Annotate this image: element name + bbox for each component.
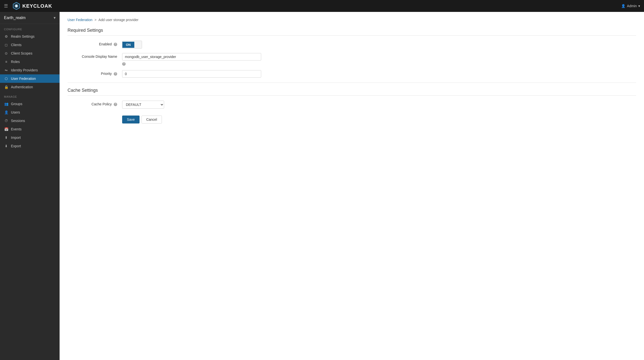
console-display-name-label: Console Display Name [68, 53, 122, 58]
priority-label: Priority ? [68, 70, 122, 76]
identity-providers-icon: ⇋ [4, 68, 8, 72]
cache-policy-label: Cache Policy ? [68, 101, 122, 106]
sidebar-item-label: Events [11, 127, 22, 131]
required-settings-title: Required Settings [68, 28, 636, 36]
sidebar-item-label: Roles [11, 60, 20, 64]
admin-user-icon: 👤 [621, 4, 626, 8]
sidebar-item-label: Identity Providers [11, 68, 38, 72]
sidebar-item-label: Client Scopes [11, 51, 32, 55]
clients-icon: ◻ [4, 43, 8, 47]
client-scopes-icon: ⊙ [4, 51, 8, 55]
breadcrumb-separator: > [94, 18, 96, 22]
save-button[interactable]: Save [122, 116, 140, 124]
sidebar-item-label: Import [11, 136, 21, 140]
breadcrumb-link[interactable]: User Federation [68, 18, 92, 22]
sessions-icon: ⏱ [4, 119, 8, 123]
sidebar-item-roles[interactable]: ≡ Roles [0, 57, 60, 66]
sidebar-item-label: Export [11, 144, 21, 148]
sidebar-item-user-federation[interactable]: ⬡ User Federation [0, 74, 60, 83]
enabled-toggle[interactable]: ON [122, 41, 142, 49]
navbar-logo: KEYCLOAK [12, 2, 52, 10]
sidebar-item-clients[interactable]: ◻ Clients [0, 41, 60, 49]
sidebar-item-users[interactable]: 👤 Users [0, 108, 60, 117]
admin-menu[interactable]: 👤 Admin ▾ [621, 4, 640, 8]
navbar-logo-text: KEYCLOAK [22, 3, 52, 9]
export-icon: ⬇ [4, 144, 8, 148]
sidebar-item-authentication[interactable]: 🔒 Authentication [0, 83, 60, 91]
groups-icon: 👥 [4, 102, 8, 106]
sidebar-item-label: Users [11, 110, 20, 114]
import-icon: ⬆ [4, 136, 8, 140]
user-federation-icon: ⬡ [4, 77, 8, 81]
cache-settings-title: Cache Settings [68, 88, 636, 96]
admin-label: Admin [627, 4, 637, 8]
sidebar: Earth_realm ▾ Configure ⚙ Realm Settings… [0, 12, 60, 360]
breadcrumb: User Federation > Add user storage provi… [68, 18, 636, 22]
hamburger-icon[interactable]: ☰ [4, 3, 8, 9]
priority-control [122, 70, 636, 78]
admin-chevron-icon: ▾ [638, 4, 640, 8]
sidebar-item-events[interactable]: 📅 Events [0, 125, 60, 133]
realm-name: Earth_realm [4, 16, 26, 20]
sidebar-item-label: User Federation [11, 77, 36, 81]
cache-policy-control: DEFAULT EVICT_DAILY EVICT_WEEKLY MAX_LIF… [122, 101, 636, 109]
main-content: User Federation > Add user storage provi… [60, 12, 644, 360]
navbar-left: ☰ KEYCLOAK [4, 2, 52, 10]
priority-input[interactable] [122, 70, 261, 78]
button-group: Save Cancel [122, 116, 636, 124]
app-body: Earth_realm ▾ Configure ⚙ Realm Settings… [0, 12, 644, 360]
realm-settings-icon: ⚙ [4, 34, 8, 38]
sidebar-item-label: Sessions [11, 119, 25, 123]
console-display-name-control: ? [122, 53, 636, 66]
sidebar-item-sessions[interactable]: ⏱ Sessions [0, 117, 60, 125]
sidebar-item-groups[interactable]: 👥 Groups [0, 100, 60, 108]
console-display-name-input[interactable] [122, 53, 261, 60]
section-divider [68, 83, 636, 83]
sidebar-item-label: Authentication [11, 85, 33, 89]
priority-help-icon[interactable]: ? [114, 72, 117, 76]
enabled-help-icon[interactable]: ? [114, 43, 117, 46]
sidebar-item-import[interactable]: ⬆ Import [0, 133, 60, 142]
action-buttons-spacer [68, 113, 122, 115]
sidebar-item-label: Realm Settings [11, 34, 34, 38]
enabled-label: Enabled ? [68, 41, 122, 46]
keycloak-logo-icon [12, 2, 20, 10]
cancel-button[interactable]: Cancel [142, 116, 162, 124]
events-icon: 📅 [4, 127, 8, 131]
realm-chevron-icon: ▾ [54, 15, 56, 20]
action-buttons-group: Save Cancel [68, 113, 636, 124]
authentication-icon: 🔒 [4, 85, 8, 89]
sidebar-item-realm-settings[interactable]: ⚙ Realm Settings [0, 32, 60, 41]
sidebar-item-label: Clients [11, 43, 22, 47]
breadcrumb-current: Add user storage provider [98, 18, 138, 22]
enabled-control: ON [122, 41, 636, 49]
toggle-off-area [134, 41, 142, 48]
console-display-name-help-icon[interactable]: ? [122, 62, 126, 66]
sidebar-item-label: Groups [11, 102, 22, 106]
enabled-form-group: Enabled ? ON [68, 41, 636, 49]
roles-icon: ≡ [4, 60, 8, 64]
navbar: ☰ KEYCLOAK 👤 Admin ▾ [0, 0, 644, 12]
sidebar-item-export[interactable]: ⬇ Export [0, 142, 60, 150]
priority-form-group: Priority ? [68, 70, 636, 78]
sidebar-item-identity-providers[interactable]: ⇋ Identity Providers [0, 66, 60, 74]
configure-section-label: Configure [0, 24, 60, 32]
cache-policy-select[interactable]: DEFAULT EVICT_DAILY EVICT_WEEKLY MAX_LIF… [122, 101, 164, 109]
cache-policy-help-icon[interactable]: ? [114, 103, 117, 106]
realm-selector[interactable]: Earth_realm ▾ [0, 12, 60, 24]
manage-section-label: Manage [0, 91, 60, 100]
action-buttons: Save Cancel [122, 113, 636, 124]
users-icon: 👤 [4, 110, 8, 114]
console-display-name-form-group: Console Display Name ? [68, 53, 636, 66]
cache-policy-form-group: Cache Policy ? DEFAULT EVICT_DAILY EVICT… [68, 101, 636, 109]
toggle-on-label: ON [122, 42, 134, 48]
sidebar-item-client-scopes[interactable]: ⊙ Client Scopes [0, 49, 60, 57]
